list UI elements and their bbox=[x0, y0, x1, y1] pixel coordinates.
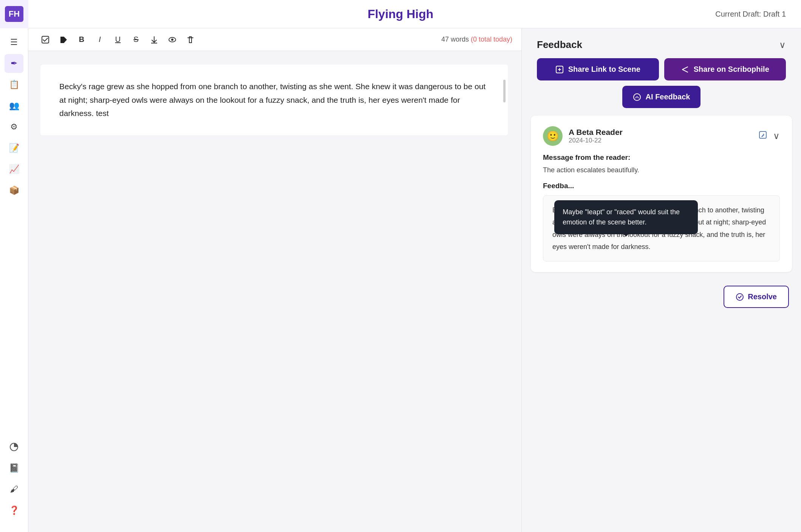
sidebar-item-book2[interactable]: 📓 bbox=[5, 459, 23, 478]
toolbar-strikethrough-btn[interactable]: S bbox=[128, 32, 144, 48]
svg-point-11 bbox=[634, 94, 640, 101]
toolbar-underline-btn[interactable]: U bbox=[110, 32, 126, 48]
draft-label: Current Draft: Draft 1 bbox=[715, 10, 786, 19]
sidebar-item-help[interactable]: ❓ bbox=[5, 501, 23, 520]
main-layout: ☰ ✒ 📋 👥 ⚙ 📝 📈 📦 📓 🖌 ❓ bbox=[0, 28, 801, 532]
message-section: Message from the reader: The action esca… bbox=[543, 153, 780, 176]
sidebar-item-piechart[interactable] bbox=[5, 438, 23, 456]
editor-scrollbar[interactable] bbox=[503, 80, 506, 102]
sidebar-bottom: 📓 🖌 ❓ bbox=[5, 438, 23, 527]
svg-point-14 bbox=[736, 294, 743, 300]
message-text: The action escalates beautifully. bbox=[543, 165, 780, 176]
passage-highlight: hopped bbox=[632, 206, 654, 214]
sidebar-item-archive[interactable]: 📦 bbox=[5, 181, 23, 200]
share-buttons-row: Share Link to Scene Share on Scribophile bbox=[537, 58, 786, 80]
sidebar-item-sliders[interactable]: ⚙ bbox=[5, 118, 23, 136]
svg-line-10 bbox=[682, 70, 688, 72]
sidebar-item-users[interactable]: 👥 bbox=[5, 96, 23, 115]
svg-rect-5 bbox=[189, 37, 192, 38]
svg-line-9 bbox=[682, 67, 688, 70]
edit-feedback-btn[interactable] bbox=[759, 131, 767, 141]
resolve-row: Resolve bbox=[522, 280, 801, 320]
toolbar-checkbox-btn[interactable] bbox=[37, 32, 53, 48]
sidebar-item-pen[interactable]: ✒ bbox=[5, 54, 23, 73]
right-panel: Feedback ∨ Share Link to Scene Share on … bbox=[521, 28, 801, 532]
editor-area: B I U S 47 words (0 total today) Becky's… bbox=[28, 28, 521, 532]
ai-button-row: AI Feedback bbox=[537, 86, 786, 108]
feedback-header: Feedback ∨ bbox=[522, 28, 801, 58]
toolbar-tag-btn[interactable] bbox=[56, 32, 71, 48]
sidebar-top: ☰ ✒ 📋 👥 ⚙ 📝 📈 📦 bbox=[5, 33, 23, 435]
reader-name: A Beta Reader bbox=[569, 128, 753, 137]
reader-info: A Beta Reader 2024-10-22 bbox=[569, 128, 753, 144]
editor-text: Becky's rage grew as she hopped from one… bbox=[59, 82, 486, 118]
reader-date: 2024-10-22 bbox=[569, 137, 753, 144]
feedback-section-label: Feedba... bbox=[543, 182, 780, 190]
editor-content[interactable]: Becky's rage grew as she hopped from one… bbox=[40, 65, 508, 135]
feedback-card-header: 🙂 A Beta Reader 2024-10-22 ∨ bbox=[543, 126, 780, 146]
word-count: 47 words (0 total today) bbox=[441, 36, 512, 43]
top-header: FH Flying High Current Draft: Draft 1 bbox=[0, 0, 801, 28]
logo-icon: FH bbox=[5, 6, 23, 22]
svg-point-4 bbox=[171, 39, 173, 41]
sidebar-item-menu[interactable]: ☰ bbox=[5, 33, 23, 52]
passage-before: Becky's rage grew as she bbox=[552, 206, 632, 214]
passage-box: Becky's rage grew as she hopped from one… bbox=[543, 195, 780, 262]
card-collapse-btn[interactable]: ∨ bbox=[773, 131, 780, 141]
logo: FH bbox=[0, 0, 28, 28]
sidebar-item-edit[interactable]: 📝 bbox=[5, 139, 23, 158]
toolbar-bold-btn[interactable]: B bbox=[74, 32, 90, 48]
toolbar-delete-btn[interactable] bbox=[182, 32, 198, 48]
sidebar: ☰ ✒ 📋 👥 ⚙ 📝 📈 📦 📓 🖌 ❓ bbox=[0, 28, 28, 532]
feedback-card: 🙂 A Beta Reader 2024-10-22 ∨ Message fro… bbox=[531, 116, 792, 272]
sidebar-item-book[interactable]: 📋 bbox=[5, 75, 23, 94]
feedback-collapse-btn[interactable]: ∨ bbox=[779, 40, 786, 50]
page-title: Flying High bbox=[368, 7, 433, 21]
avatar: 🙂 bbox=[543, 126, 563, 146]
toolbar-eye-btn[interactable] bbox=[164, 32, 180, 48]
resolve-button[interactable]: Resolve bbox=[724, 286, 789, 308]
ai-feedback-button[interactable]: AI Feedback bbox=[622, 86, 701, 108]
toolbar-italic-btn[interactable]: I bbox=[92, 32, 108, 48]
toolbar-download-btn[interactable] bbox=[146, 32, 162, 48]
share-scribophile-button[interactable]: Share on Scribophile bbox=[664, 58, 786, 80]
sidebar-item-brush[interactable]: 🖌 bbox=[5, 480, 23, 499]
sidebar-item-chart[interactable]: 📈 bbox=[5, 160, 23, 179]
share-link-button[interactable]: Share Link to Scene bbox=[537, 58, 659, 80]
toolbar: B I U S 47 words (0 total today) bbox=[28, 28, 521, 51]
feedback-title: Feedback bbox=[537, 39, 582, 51]
card-actions: ∨ bbox=[759, 131, 780, 141]
message-label: Message from the reader: bbox=[543, 153, 780, 162]
action-buttons: Share Link to Scene Share on Scribophile… bbox=[522, 58, 801, 116]
